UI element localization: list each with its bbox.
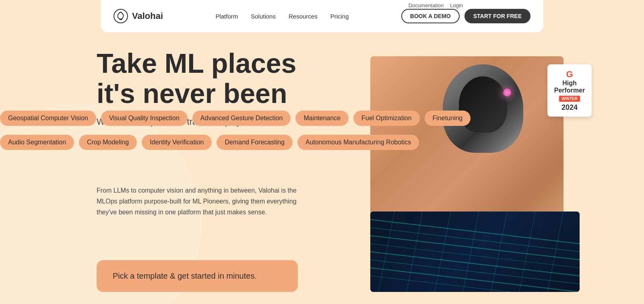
g2-performer: Performer <box>554 87 585 94</box>
tag-audio[interactable]: Audio Segmentation <box>0 135 74 150</box>
laptop-screen <box>370 212 580 292</box>
nav-pricing[interactable]: Pricing <box>330 13 349 20</box>
svg-line-11 <box>435 212 451 292</box>
tag-fuel[interactable]: Fuel Optimization <box>353 111 420 126</box>
g2-year: 2024 <box>554 103 585 112</box>
svg-line-10 <box>407 212 423 292</box>
start-for-free-button[interactable]: START FOR FREE <box>464 9 530 23</box>
nav-platform[interactable]: Platform <box>215 13 238 20</box>
svg-point-0 <box>114 9 128 23</box>
svg-line-8 <box>370 276 580 292</box>
nav-cta-buttons: BOOK A DEMO START FOR FREE <box>401 9 530 23</box>
nav-resources[interactable]: Resources <box>289 13 318 20</box>
template-cta-block[interactable]: Pick a template & get started in minutes… <box>97 260 298 292</box>
robot-light <box>503 88 511 97</box>
nav-solutions[interactable]: Solutions <box>251 13 276 20</box>
hero-description: From LLMs to computer vision and anythin… <box>97 185 298 218</box>
tag-finetuning[interactable]: Finetuning <box>425 111 471 126</box>
valohai-logo-icon <box>114 9 128 23</box>
laptop-preview <box>370 212 580 292</box>
svg-line-5 <box>370 252 580 276</box>
top-links: Documentation Login <box>409 0 463 8</box>
tag-crop[interactable]: Crop Modeling <box>79 135 137 150</box>
svg-line-4 <box>370 244 580 268</box>
tag-identity[interactable]: Identity Verification <box>142 135 212 150</box>
template-cta-text: Pick a template & get started in minutes… <box>113 271 282 281</box>
logo[interactable]: Valohai <box>114 9 163 23</box>
documentation-link[interactable]: Documentation <box>409 2 444 8</box>
tag-visual-quality[interactable]: Visual Quality Inspection <box>101 111 188 126</box>
g2-g-letter: G <box>554 69 585 80</box>
tags-row-2: Audio Segmentation Crop Modeling Identit… <box>0 135 644 150</box>
svg-line-15 <box>547 212 564 292</box>
tag-autonomous[interactable]: Autonomous Manufacturing Robotics <box>297 135 419 150</box>
book-demo-button[interactable]: BOOK A DEMO <box>401 9 460 23</box>
navbar: Documentation Login Valohai Platform Sol… <box>101 0 543 32</box>
main-nav: Platform Solutions Resources Pricing <box>215 13 349 20</box>
g2-winter: WINTER <box>559 96 580 102</box>
svg-line-6 <box>370 260 580 284</box>
login-link[interactable]: Login <box>450 2 463 8</box>
svg-line-9 <box>378 212 394 292</box>
svg-line-13 <box>491 212 507 292</box>
tag-maintenance[interactable]: Maintenance <box>295 111 349 126</box>
g2-badge: G High Performer WINTER 2024 <box>547 64 592 117</box>
hero-section: Take ML places it's never been With Valo… <box>0 32 644 304</box>
tag-demand[interactable]: Demand Forecasting <box>217 135 293 150</box>
laptop-lines-svg <box>370 212 580 292</box>
svg-line-14 <box>519 212 535 292</box>
tag-gesture[interactable]: Advanced Gesture Detection <box>192 111 291 126</box>
logo-text: Valohai <box>132 11 163 21</box>
g2-high: High <box>554 80 585 87</box>
hero-title: Take ML places it's never been <box>97 48 338 109</box>
tag-geospatial[interactable]: Geospatial Computer Vision <box>0 111 96 126</box>
svg-line-3 <box>370 236 580 260</box>
